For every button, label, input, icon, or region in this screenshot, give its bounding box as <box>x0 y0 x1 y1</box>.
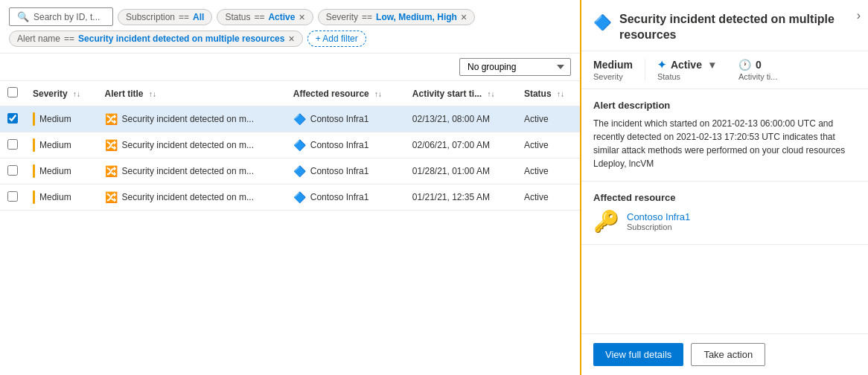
resource-info: Contoso Infra1 Subscription <box>627 211 690 231</box>
affected-resource-cell: 🔷 Contoso Infra1 <box>286 185 405 211</box>
alert-description-text: The incident which started on 2021-02-13… <box>593 117 856 170</box>
detail-meta: Medium Severity ✦ Active ▾ Status 🕐 0 Ac… <box>581 51 868 89</box>
resource-detail-row: 🔑 Contoso Infra1 Subscription <box>593 209 856 234</box>
detail-title-row: 🔷 Security incident detected on multiple… <box>593 12 856 43</box>
severity-filter-label: Severity <box>326 12 358 22</box>
affected-resource-column-label: Affected resource <box>293 89 369 99</box>
row-checkbox-cell[interactable] <box>0 185 25 211</box>
search-icon: 🔍 <box>17 11 29 22</box>
affected-resource-value: Contoso Infra1 <box>310 140 369 150</box>
affected-resource-cell: 🔷 Contoso Infra1 <box>286 132 405 158</box>
status-filter[interactable]: Status == Active × <box>217 9 313 25</box>
resource-link[interactable]: Contoso Infra1 <box>627 211 690 222</box>
activity-start-cell: 02/06/21, 07:00 AM <box>405 132 517 158</box>
severity-meta: Medium Severity <box>593 59 645 81</box>
alert-title-cell: 🔀 Security incident detected on m... <box>98 185 286 211</box>
affected-resource-column-header[interactable]: Affected resource ↑↓ <box>286 81 405 106</box>
alert-title-value: Security incident detected on m... <box>122 192 254 202</box>
severity-column-label: Severity <box>33 89 68 99</box>
alert-title-cell: 🔀 Security incident detected on m... <box>98 132 286 158</box>
affected-resource-sort-icon: ↑↓ <box>374 90 382 98</box>
filter-bar: 🔍 Search by ID, t... Subscription == All… <box>0 0 580 54</box>
status-filter-close[interactable]: × <box>299 12 304 22</box>
row-checkbox[interactable] <box>7 191 18 202</box>
detail-panel: 🔷 Security incident detected on multiple… <box>581 0 868 375</box>
subscription-filter[interactable]: Subscription == All <box>118 9 212 25</box>
resource-sub: Subscription <box>627 222 690 231</box>
status-column-label: Status <box>524 89 552 99</box>
affected-resource-value: Contoso Infra1 <box>310 114 369 124</box>
severity-meta-label: Severity <box>593 72 633 81</box>
resource-cell-icon: 🔷 <box>293 165 306 177</box>
row-checkbox-cell[interactable] <box>0 132 25 158</box>
subscription-value: All <box>193 12 204 22</box>
affected-resource-value: Contoso Infra1 <box>310 166 369 176</box>
table-row[interactable]: Medium 🔀 Security incident detected on m… <box>0 106 580 132</box>
alert-title-column-label: Alert title <box>105 89 144 99</box>
alert-title-cell: 🔀 Security incident detected on m... <box>98 158 286 185</box>
grouping-bar: No groupingBy resourceBy severityBy stat… <box>0 54 580 81</box>
detail-header: 🔷 Security incident detected on multiple… <box>581 0 868 51</box>
table-row[interactable]: Medium 🔀 Security incident detected on m… <box>0 185 580 211</box>
activity-start-cell: 01/21/21, 12:35 AM <box>405 185 517 211</box>
status-meta-value: ✦ Active ▾ <box>657 59 715 71</box>
activity-start-column-label: Activity start ti... <box>412 89 482 99</box>
status-meta[interactable]: ✦ Active ▾ Status <box>645 59 727 81</box>
status-dropdown-icon[interactable]: ▾ <box>709 59 715 71</box>
status-cell: Active <box>517 106 580 132</box>
add-filter-button[interactable]: + Add filter <box>307 31 366 47</box>
grouping-select[interactable]: No groupingBy resourceBy severityBy stat… <box>459 58 571 76</box>
resource-cell-icon: 🔷 <box>293 139 306 151</box>
severity-filter[interactable]: Severity == Low, Medium, High × <box>318 9 475 25</box>
activity-start-column-header[interactable]: Activity start ti... ↑↓ <box>405 81 517 106</box>
activity-start-sort-icon: ↑↓ <box>488 90 495 98</box>
alertname-filter-close[interactable]: × <box>288 33 294 44</box>
search-placeholder: Search by ID, t... <box>33 12 100 22</box>
alert-title-sort-icon: ↑↓ <box>149 90 156 98</box>
activity-meta-value: 🕐 0 <box>738 59 778 71</box>
activity-start-value: 01/28/21, 01:00 AM <box>412 166 490 176</box>
alertname-filter-value: Security incident detected on multiple r… <box>78 33 284 44</box>
row-checkbox-cell[interactable] <box>0 106 25 132</box>
alertname-filter[interactable]: Alert name == Security incident detected… <box>9 31 303 47</box>
detail-close-button[interactable]: › <box>857 9 861 22</box>
add-filter-label: + Add filter <box>316 33 358 44</box>
severity-value: Medium <box>39 140 71 150</box>
table-row[interactable]: Medium 🔀 Security incident detected on m… <box>0 132 580 158</box>
take-action-button[interactable]: Take action <box>691 343 765 366</box>
resource-cell-icon: 🔷 <box>293 191 306 203</box>
row-checkbox[interactable] <box>7 139 18 150</box>
row-checkbox[interactable] <box>7 113 18 124</box>
status-meta-icon: ✦ <box>657 59 666 71</box>
row-checkbox[interactable] <box>7 165 18 176</box>
activity-start-value: 01/21/21, 12:35 AM <box>412 192 490 202</box>
severity-value: Medium <box>39 114 71 124</box>
search-box[interactable]: 🔍 Search by ID, t... <box>9 7 113 26</box>
select-all-checkbox[interactable] <box>7 87 18 97</box>
severity-filter-value: Low, Medium, High <box>376 12 457 22</box>
severity-cell: Medium <box>25 158 98 185</box>
alert-title-icon: 🔀 <box>105 165 118 177</box>
severity-column-header[interactable]: Severity ↑↓ <box>25 81 98 106</box>
status-filter-value: Active <box>268 12 295 22</box>
table-row[interactable]: Medium 🔀 Security incident detected on m… <box>0 158 580 185</box>
alert-title-icon: 🔀 <box>105 139 118 151</box>
status-column-header[interactable]: Status ↑↓ <box>517 81 580 106</box>
alertname-filter-label: Alert name <box>17 33 60 44</box>
affected-resource-cell: 🔷 Contoso Infra1 <box>286 158 405 185</box>
severity-indicator <box>33 164 35 178</box>
alert-title-cell: 🔀 Security incident detected on m... <box>98 106 286 132</box>
view-full-details-button[interactable]: View full details <box>593 343 683 366</box>
alert-title-column-header[interactable]: Alert title ↑↓ <box>98 81 286 106</box>
affected-resource-title: Affected resource <box>593 192 856 203</box>
status-value: Active <box>524 192 549 202</box>
severity-cell: Medium <box>25 132 98 158</box>
select-all-header[interactable] <box>0 81 25 106</box>
alert-description-section: Alert description The incident which sta… <box>581 89 868 182</box>
activity-meta: 🕐 0 Activity ti... <box>727 59 778 81</box>
severity-filter-close[interactable]: × <box>461 12 467 22</box>
severity-indicator <box>33 190 35 204</box>
main-panel: 🔍 Search by ID, t... Subscription == All… <box>0 0 581 375</box>
resource-cell-icon: 🔷 <box>293 113 306 125</box>
row-checkbox-cell[interactable] <box>0 158 25 185</box>
